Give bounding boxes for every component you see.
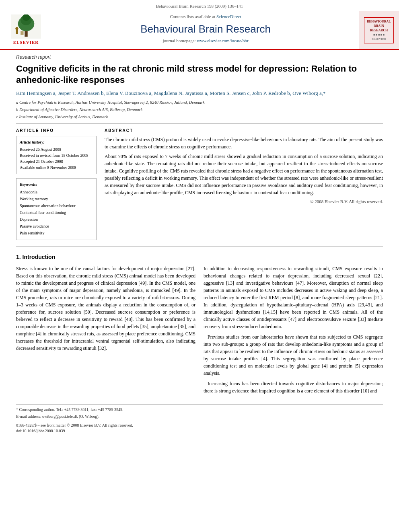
keyword-3: Spontaneous alternation behaviour xyxy=(20,202,93,209)
article-content: Research report Cognitive deficits in th… xyxy=(0,50,399,442)
keyword-1: Anhedonia xyxy=(20,189,93,195)
footnote-area: * Corresponding author. Tel.: +45 7789 3… xyxy=(16,404,383,419)
affiliation-b: b Department of Affective Disorders, Neu… xyxy=(16,107,383,113)
page: Behavioural Brain Research 198 (2009) 13… xyxy=(0,0,399,532)
elsevier-tree-icon xyxy=(10,14,42,39)
keyword-4: Contextual fear conditioning xyxy=(20,209,93,216)
article-type: Research report xyxy=(16,54,383,61)
copyright: © 2008 Elsevier B.V. All rights reserved… xyxy=(105,199,383,205)
journal-badge-area: BEHAVIOURAL BRAIN RESEARCH ■ ■ ■ ■ ■ ELS… xyxy=(359,11,399,49)
abstract-header: ABSTRACT xyxy=(105,128,383,134)
abstract-p1: The chronic mild stress (CMS) protocol i… xyxy=(105,136,383,150)
article-info-abstract-section: ARTICLE INFO Article history: Received 2… xyxy=(16,128,383,240)
abstract-p2: About 70% of rats exposed to 7 weeks of … xyxy=(105,153,383,196)
doi-text: doi:10.1016/j.bbr.2008.10.039 xyxy=(16,428,383,434)
svg-point-5 xyxy=(15,27,18,30)
issn-text: 0166-4328/$ – see front matter © 2008 El… xyxy=(16,423,383,428)
journal-badge: BEHAVIOURAL BRAIN RESEARCH ■ ■ ■ ■ ■ ELS… xyxy=(364,17,393,43)
intro-col-right: In addition to decreasing responsiveness… xyxy=(204,265,383,398)
introduction-section: 1. Introduction Stress is known to be on… xyxy=(16,253,383,398)
intro-section-title: 1. Introduction xyxy=(16,253,383,261)
issn-line: 0166-4328/$ – see front matter © 2008 El… xyxy=(16,423,383,434)
revised-date: Received in revised form 15 October 2008 xyxy=(20,152,93,158)
article-history-label: Article history: xyxy=(20,140,93,145)
affiliation-c: c Institute of Anatomy, University of Aa… xyxy=(16,114,383,120)
article-title: Cognitive deficits in the rat chronic mi… xyxy=(16,63,383,86)
keyword-5: Depression xyxy=(20,216,93,223)
intro-col2-p1: In addition to decreasing responsiveness… xyxy=(204,265,383,330)
journal-homepage: journal homepage: www.elsevier.com/locat… xyxy=(56,38,355,44)
journal-header: ELSEVIER Contents lists available at Sci… xyxy=(0,11,399,49)
top-meta-bar: Behavioural Brain Research 198 (2009) 13… xyxy=(0,0,399,11)
homepage-link[interactable]: www.elsevier.com/locate/bbr xyxy=(197,38,248,43)
intro-col2-p2: Previous studies from our laboratories h… xyxy=(204,333,383,377)
affiliations: a Centre for Psychiatric Research, Aarhu… xyxy=(16,99,383,120)
journal-title: Behavioural Brain Research xyxy=(56,22,355,36)
footnote-email: E-mail address: owiborg@post.tele.dk (O.… xyxy=(16,414,383,419)
intro-body-columns: Stress is known to be one of the causal … xyxy=(16,265,383,398)
svg-rect-7 xyxy=(21,31,23,35)
accepted-date: Accepted 21 October 2008 xyxy=(20,158,93,164)
intro-p1: Stress is known to be one of the causal … xyxy=(16,265,195,352)
keyword-7: Pain sensitivity xyxy=(20,230,93,236)
elsevier-brand-text: ELSEVIER xyxy=(13,39,39,45)
article-info-column: ARTICLE INFO Article history: Received 2… xyxy=(16,128,97,240)
abstract-column: ABSTRACT The chronic mild stress (CMS) p… xyxy=(105,128,383,240)
divider-2 xyxy=(16,246,383,247)
intro-col2-p3: Increasing focus has been directed towar… xyxy=(204,380,383,394)
article-info-header: ARTICLE INFO xyxy=(16,128,97,134)
footnote-corresponding: * Corresponding author. Tel.: +45 7789 3… xyxy=(16,407,383,413)
article-history-box: Article history: Received 26 August 2008… xyxy=(16,136,97,174)
keywords-box: Keywords: Anhedonia Working memory Spont… xyxy=(16,178,97,240)
sciencedirect-link[interactable]: ScienceDirect xyxy=(216,14,241,19)
received-date: Received 26 August 2008 xyxy=(20,146,93,152)
keyword-2: Working memory xyxy=(20,195,93,202)
authors: Kim Henningsen a, Jesper T. Andreasen b,… xyxy=(16,89,383,97)
sciencedirect-line: Contents lists available at ScienceDirec… xyxy=(56,14,355,20)
keywords-label: Keywords: xyxy=(20,182,93,187)
svg-rect-6 xyxy=(16,30,18,34)
journal-reference: Behavioural Brain Research 198 (2009) 13… xyxy=(156,4,243,8)
online-date: Available online 8 November 2008 xyxy=(20,164,93,170)
keyword-6: Passive avoidance xyxy=(20,223,93,230)
divider-1 xyxy=(16,123,383,124)
elsevier-logo-area: ELSEVIER xyxy=(0,11,52,49)
elsevier-logo: ELSEVIER xyxy=(10,14,42,45)
journal-header-center: Contents lists available at ScienceDirec… xyxy=(52,11,359,49)
abstract-text: The chronic mild stress (CMS) protocol i… xyxy=(105,136,383,196)
intro-col-left: Stress is known to be one of the causal … xyxy=(16,265,195,398)
affiliation-a: a Centre for Psychiatric Research, Aarhu… xyxy=(16,99,383,106)
